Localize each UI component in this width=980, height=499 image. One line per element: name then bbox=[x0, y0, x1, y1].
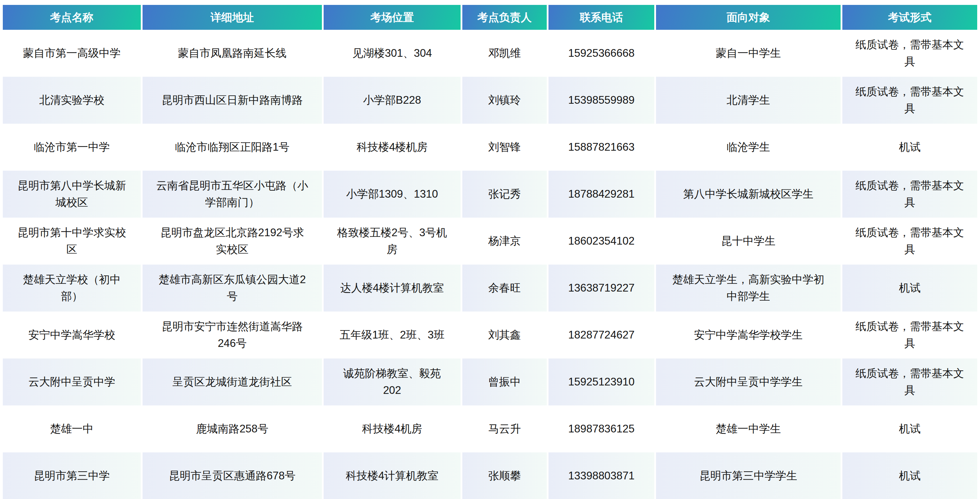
cell-address: 昆明市安宁市连然街道嵩华路246号 bbox=[143, 311, 322, 359]
cell-audience: 临沧学生 bbox=[656, 124, 841, 171]
cell-exam-format: 机试 bbox=[842, 405, 977, 453]
cell-audience: 云大附中呈贡中学学生 bbox=[656, 359, 841, 405]
table-row: 昆明市第十中学求实校区 昆明市盘龙区北京路2192号求实校区 格致楼五楼2号、3… bbox=[3, 218, 977, 265]
cell-phone: 18987836125 bbox=[549, 405, 654, 453]
cell-person-in-charge: 张记秀 bbox=[462, 171, 547, 218]
cell-room-location: 科技楼4机房 bbox=[324, 405, 461, 453]
cell-exam-format: 纸质试卷，需带基本文具 bbox=[842, 30, 977, 77]
cell-person-in-charge: 张顺攀 bbox=[462, 453, 547, 499]
cell-address: 蒙自市凤凰路南延长线 bbox=[143, 30, 322, 77]
cell-site-name: 昆明市第三中学 bbox=[3, 453, 141, 499]
cell-audience: 楚雄天立学生，高新实验中学初中部学生 bbox=[656, 265, 841, 311]
cell-person-in-charge: 刘镇玲 bbox=[462, 77, 547, 124]
cell-address: 呈贡区龙城街道龙街社区 bbox=[143, 359, 322, 405]
cell-audience: 第八中学长城新城校区学生 bbox=[656, 171, 841, 218]
cell-site-name: 安宁中学嵩华学校 bbox=[3, 311, 141, 359]
table-row: 昆明市第三中学 昆明市呈贡区惠通路678号 科技楼4计算机教室 张顺攀 1339… bbox=[3, 453, 977, 499]
cell-address: 云南省昆明市五华区小屯路（小学部南门） bbox=[143, 171, 322, 218]
cell-phone: 18287724627 bbox=[549, 311, 654, 359]
table-header: 考点名称 详细地址 考场位置 考点负责人 联系电话 面向对象 考试形式 bbox=[3, 5, 977, 30]
cell-audience: 楚雄一中学生 bbox=[656, 405, 841, 453]
cell-exam-format: 机试 bbox=[842, 265, 977, 311]
exam-sites-table: 考点名称 详细地址 考场位置 考点负责人 联系电话 面向对象 考试形式 蒙自市第… bbox=[1, 5, 979, 499]
cell-address: 鹿城南路258号 bbox=[143, 405, 322, 453]
cell-phone: 13398803871 bbox=[549, 453, 654, 499]
cell-exam-format: 纸质试卷，需带基本文具 bbox=[842, 171, 977, 218]
cell-audience: 昆十中学生 bbox=[656, 218, 841, 265]
column-header-address: 详细地址 bbox=[143, 5, 322, 30]
cell-site-name: 楚雄一中 bbox=[3, 405, 141, 453]
table-row: 昆明市第八中学长城新城校区 云南省昆明市五华区小屯路（小学部南门） 小学部130… bbox=[3, 171, 977, 218]
cell-audience: 安宁中学嵩华学校学生 bbox=[656, 311, 841, 359]
table-row: 楚雄一中 鹿城南路258号 科技楼4机房 马云升 18987836125 楚雄一… bbox=[3, 405, 977, 453]
cell-phone: 15887821663 bbox=[549, 124, 654, 171]
column-header-room-location: 考场位置 bbox=[324, 5, 461, 30]
cell-audience: 北清学生 bbox=[656, 77, 841, 124]
cell-room-location: 五年级1班、2班、3班 bbox=[324, 311, 461, 359]
cell-audience: 昆明市第三中学学生 bbox=[656, 453, 841, 499]
cell-room-location: 达人楼4楼计算机教室 bbox=[324, 265, 461, 311]
cell-phone: 15925366668 bbox=[549, 30, 654, 77]
cell-site-name: 北清实验学校 bbox=[3, 77, 141, 124]
cell-phone: 13638719227 bbox=[549, 265, 654, 311]
cell-address: 昆明市西山区日新中路南博路 bbox=[143, 77, 322, 124]
table-row: 北清实验学校 昆明市西山区日新中路南博路 小学部B228 刘镇玲 1539855… bbox=[3, 77, 977, 124]
cell-room-location: 见湖楼301、304 bbox=[324, 30, 461, 77]
cell-site-name: 昆明市第十中学求实校区 bbox=[3, 218, 141, 265]
cell-room-location: 小学部B228 bbox=[324, 77, 461, 124]
cell-phone: 18602354102 bbox=[549, 218, 654, 265]
cell-room-location: 格致楼五楼2号、3号机房 bbox=[324, 218, 461, 265]
cell-exam-format: 机试 bbox=[842, 124, 977, 171]
table-body: 蒙自市第一高级中学 蒙自市凤凰路南延长线 见湖楼301、304 邓凯维 1592… bbox=[3, 30, 977, 499]
table-row: 安宁中学嵩华学校 昆明市安宁市连然街道嵩华路246号 五年级1班、2班、3班 刘… bbox=[3, 311, 977, 359]
cell-address: 临沧市临翔区正阳路1号 bbox=[143, 124, 322, 171]
column-header-person-in-charge: 考点负责人 bbox=[462, 5, 547, 30]
cell-audience: 蒙自一中学生 bbox=[656, 30, 841, 77]
column-header-phone: 联系电话 bbox=[549, 5, 654, 30]
cell-exam-format: 纸质试卷，需带基本文具 bbox=[842, 77, 977, 124]
cell-phone: 15398559989 bbox=[549, 77, 654, 124]
cell-site-name: 临沧市第一中学 bbox=[3, 124, 141, 171]
cell-person-in-charge: 杨津京 bbox=[462, 218, 547, 265]
cell-site-name: 蒙自市第一高级中学 bbox=[3, 30, 141, 77]
column-header-site-name: 考点名称 bbox=[3, 5, 141, 30]
table-row: 临沧市第一中学 临沧市临翔区正阳路1号 科技楼4楼机房 刘智锋 15887821… bbox=[3, 124, 977, 171]
cell-person-in-charge: 刘智锋 bbox=[462, 124, 547, 171]
column-header-exam-format: 考试形式 bbox=[842, 5, 977, 30]
cell-address: 昆明市呈贡区惠通路678号 bbox=[143, 453, 322, 499]
cell-exam-format: 机试 bbox=[842, 453, 977, 499]
cell-exam-format: 纸质试卷，需带基本文具 bbox=[842, 311, 977, 359]
cell-address: 昆明市盘龙区北京路2192号求实校区 bbox=[143, 218, 322, 265]
cell-site-name: 楚雄天立学校（初中部） bbox=[3, 265, 141, 311]
cell-person-in-charge: 曾振中 bbox=[462, 359, 547, 405]
cell-room-location: 小学部1309、1310 bbox=[324, 171, 461, 218]
cell-person-in-charge: 邓凯维 bbox=[462, 30, 547, 77]
cell-phone: 15925123910 bbox=[549, 359, 654, 405]
cell-room-location: 科技楼4计算机教室 bbox=[324, 453, 461, 499]
table-row: 蒙自市第一高级中学 蒙自市凤凰路南延长线 见湖楼301、304 邓凯维 1592… bbox=[3, 30, 977, 77]
column-header-audience: 面向对象 bbox=[656, 5, 841, 30]
cell-site-name: 云大附中呈贡中学 bbox=[3, 359, 141, 405]
cell-site-name: 昆明市第八中学长城新城校区 bbox=[3, 171, 141, 218]
cell-exam-format: 纸质试卷，需带基本文具 bbox=[842, 218, 977, 265]
cell-address: 楚雄市高新区东瓜镇公园大道2号 bbox=[143, 265, 322, 311]
cell-room-location: 科技楼4楼机房 bbox=[324, 124, 461, 171]
table-row: 云大附中呈贡中学 呈贡区龙城街道龙街社区 诚苑阶梯教室、毅苑202 曾振中 15… bbox=[3, 359, 977, 405]
cell-phone: 18788429281 bbox=[549, 171, 654, 218]
cell-person-in-charge: 余春旺 bbox=[462, 265, 547, 311]
table-row: 楚雄天立学校（初中部） 楚雄市高新区东瓜镇公园大道2号 达人楼4楼计算机教室 余… bbox=[3, 265, 977, 311]
cell-person-in-charge: 马云升 bbox=[462, 405, 547, 453]
cell-person-in-charge: 刘其鑫 bbox=[462, 311, 547, 359]
header-row: 考点名称 详细地址 考场位置 考点负责人 联系电话 面向对象 考试形式 bbox=[3, 5, 977, 30]
cell-exam-format: 纸质试卷，需带基本文具 bbox=[842, 359, 977, 405]
cell-room-location: 诚苑阶梯教室、毅苑202 bbox=[324, 359, 461, 405]
